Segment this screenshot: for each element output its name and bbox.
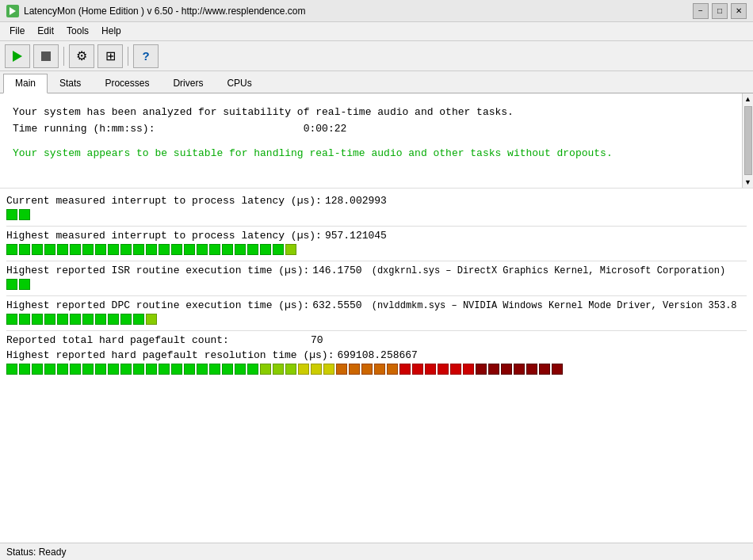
bar-seg xyxy=(374,364,385,375)
tab-main[interactable]: Main xyxy=(3,74,48,93)
bar-seg xyxy=(19,279,30,290)
tab-bar: Main Stats Processes Drivers CPUs xyxy=(0,71,753,93)
bar-seg xyxy=(526,364,537,375)
bar-seg xyxy=(108,314,119,325)
bar-seg xyxy=(311,364,322,375)
bar-seg xyxy=(247,244,258,255)
bar-seg xyxy=(235,244,246,255)
scroll-down-arrow[interactable]: ▼ xyxy=(743,177,754,188)
settings-icon: ⚙ xyxy=(76,48,87,63)
metric-current-latency: Current measured interrupt to process la… xyxy=(6,195,747,221)
window-title: LatencyMon (Home Edition ) v 6.50 - http… xyxy=(24,6,306,17)
scroll-thumb[interactable] xyxy=(744,106,752,175)
capture-button[interactable]: ⊞ xyxy=(97,44,123,68)
bar-seg xyxy=(6,244,17,255)
bar-seg xyxy=(159,364,170,375)
status-text: Status: Ready xyxy=(6,547,66,558)
play-button[interactable] xyxy=(5,44,30,68)
time-running-value: 0:00:22 xyxy=(304,123,347,135)
tab-stats[interactable]: Stats xyxy=(48,74,93,93)
metric1-label: Highest measured interrupt to process la… xyxy=(6,230,322,242)
bar-seg xyxy=(501,364,512,375)
bar-seg xyxy=(120,364,132,375)
bar-seg xyxy=(70,364,81,375)
bar-seg xyxy=(197,364,208,375)
menu-help[interactable]: Help xyxy=(95,24,128,39)
bar-seg xyxy=(184,244,195,255)
bar-seg xyxy=(146,244,157,255)
analysis-line1: Your system has been analyzed for suitab… xyxy=(13,105,740,121)
metric2-label: Highest reported ISR routine execution t… xyxy=(6,265,309,276)
menu-tools[interactable]: Tools xyxy=(60,24,95,39)
text-area-scrollbar[interactable]: ▲ ▼ xyxy=(742,93,753,188)
bar-seg xyxy=(260,244,271,255)
bar-seg xyxy=(133,244,144,255)
help-icon: ? xyxy=(142,49,149,63)
bar-seg xyxy=(349,364,360,375)
bar-seg xyxy=(539,364,550,375)
close-button[interactable]: ✕ xyxy=(731,3,747,19)
divider4 xyxy=(6,330,747,331)
bar-seg xyxy=(476,364,487,375)
scroll-up-arrow[interactable]: ▲ xyxy=(743,93,754,105)
bar-seg xyxy=(514,364,525,375)
app-icon xyxy=(6,5,19,17)
bar-seg xyxy=(488,364,499,375)
bar-seg xyxy=(235,364,246,375)
bar-seg xyxy=(120,314,132,325)
bar-seg xyxy=(450,364,461,375)
tab-processes[interactable]: Processes xyxy=(93,74,161,93)
menu-file[interactable]: File xyxy=(3,24,31,39)
bar-seg xyxy=(57,314,68,325)
bar-seg xyxy=(285,364,296,375)
bar-seg xyxy=(32,364,43,375)
bar-seg xyxy=(146,364,157,375)
bar-seg xyxy=(108,244,119,255)
stop-icon xyxy=(41,51,51,61)
status-bar: Status: Ready xyxy=(0,543,753,560)
bar-seg xyxy=(273,244,284,255)
minimize-button[interactable]: − xyxy=(693,3,709,19)
bar-seg xyxy=(95,244,106,255)
tab-cpus[interactable]: CPUs xyxy=(215,74,263,93)
bar-seg xyxy=(82,244,94,255)
metric2-value: 146.1750 xyxy=(312,265,361,276)
metric-pagefault-count: Reported total hard pagefault count: 70 xyxy=(6,334,747,346)
metric2-bar xyxy=(6,278,747,291)
metrics-area: Current measured interrupt to process la… xyxy=(0,189,753,543)
bar-seg xyxy=(133,364,144,375)
menu-edit[interactable]: Edit xyxy=(31,24,60,39)
play-icon xyxy=(13,51,22,62)
toolbar-separator-2 xyxy=(128,47,128,66)
bar-seg xyxy=(171,364,182,375)
maximize-button[interactable]: □ xyxy=(712,3,728,19)
help-button[interactable]: ? xyxy=(133,44,159,68)
bar-seg xyxy=(412,364,423,375)
bar-seg xyxy=(552,364,563,375)
metric3-bar xyxy=(6,313,747,326)
title-bar-controls: − □ ✕ xyxy=(693,3,747,19)
bar-seg xyxy=(361,364,373,375)
metric4-value: 70 xyxy=(311,334,323,346)
bar-seg xyxy=(184,364,195,375)
bar-seg xyxy=(209,364,220,375)
tab-drivers[interactable]: Drivers xyxy=(161,74,215,93)
bar-seg xyxy=(222,364,233,375)
bar-seg xyxy=(463,364,474,375)
status-message: Your system appears to be suitable for h… xyxy=(13,146,740,162)
bar-seg xyxy=(171,244,182,255)
bar-seg xyxy=(260,364,271,375)
stop-button[interactable] xyxy=(33,44,59,68)
metric-isr: Highest reported ISR routine execution t… xyxy=(6,265,747,291)
bar-seg xyxy=(32,244,43,255)
metric5-label: Highest reported hard pagefault resoluti… xyxy=(6,349,334,361)
bar-seg xyxy=(273,364,284,375)
time-running-label: Time running (h:mm:ss): xyxy=(13,123,155,135)
divider2 xyxy=(6,261,747,261)
bar-seg xyxy=(44,244,55,255)
title-bar: LatencyMon (Home Edition ) v 6.50 - http… xyxy=(0,0,753,22)
settings-button[interactable]: ⚙ xyxy=(69,44,94,68)
bar-seg xyxy=(336,364,347,375)
bar-seg xyxy=(146,314,157,325)
metric1-bar xyxy=(6,243,747,256)
